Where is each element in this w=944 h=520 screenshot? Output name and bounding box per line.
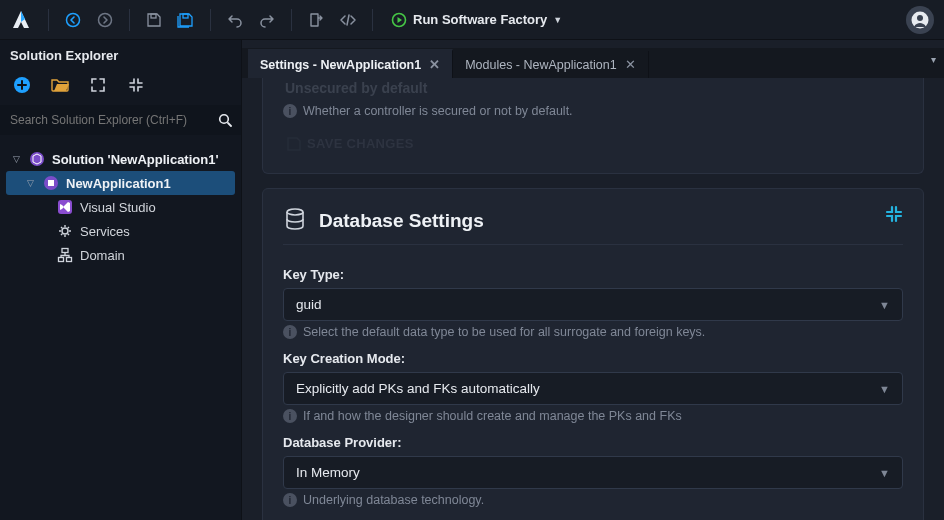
field-label: Key Creation Mode: [283, 345, 903, 372]
key-type-select[interactable]: guid ▼ [283, 288, 903, 321]
svg-rect-16 [67, 258, 72, 262]
tree-app-node[interactable]: ▽ NewApplication1 [6, 171, 235, 195]
top-toolbar: Run Software Factory ▼ [0, 0, 944, 40]
export-button[interactable] [302, 6, 330, 34]
svg-rect-2 [151, 14, 156, 18]
select-value: In Memory [296, 465, 360, 480]
save-all-button[interactable] [172, 6, 200, 34]
panel-toolbar [0, 69, 241, 105]
svg-point-6 [917, 15, 923, 21]
domain-icon [56, 246, 74, 264]
caret-down-icon: ▼ [553, 15, 562, 25]
solution-icon [28, 150, 46, 168]
svg-rect-11 [48, 180, 54, 186]
settings-content: Unsecured by default i Whether a control… [242, 78, 944, 520]
svg-rect-15 [59, 258, 64, 262]
svg-rect-3 [183, 14, 188, 18]
svg-point-13 [62, 228, 68, 234]
search-bar [0, 105, 241, 135]
select-value: guid [296, 297, 322, 312]
hint-text: If and how the designer should create an… [303, 409, 682, 423]
search-input[interactable] [0, 113, 209, 127]
section-title: Database Settings [319, 210, 484, 232]
partial-heading: Unsecured by default [283, 78, 903, 100]
caret-down-icon: ▼ [879, 383, 890, 395]
user-avatar[interactable] [906, 6, 934, 34]
field-hint: i Select the default data type to be use… [283, 321, 903, 345]
field-hint: i Underlying database technology. [283, 489, 903, 513]
info-icon: i [283, 104, 297, 118]
hint-text: Select the default data type to be used … [303, 325, 705, 339]
search-icon[interactable] [209, 113, 241, 127]
app-logo [10, 9, 32, 31]
tree-item-services[interactable]: Services [6, 219, 235, 243]
panel-title: Solution Explorer [0, 40, 241, 69]
expand-all-button[interactable] [88, 75, 108, 95]
tab-settings[interactable]: Settings - NewApplication1 ✕ [248, 49, 453, 78]
visual-studio-icon [56, 198, 74, 216]
code-button[interactable] [334, 6, 362, 34]
hint-text: Underlying database technology. [303, 493, 484, 507]
collapse-all-button[interactable] [126, 75, 146, 95]
nav-back-button[interactable] [59, 6, 87, 34]
run-software-factory-button[interactable]: Run Software Factory ▼ [383, 8, 570, 32]
tree-item-domain[interactable]: Domain [6, 243, 235, 267]
new-item-button[interactable] [12, 75, 32, 95]
redo-button[interactable] [253, 6, 281, 34]
collapse-button[interactable] [885, 205, 903, 226]
tab-label: Modules - NewApplication1 [465, 58, 616, 72]
svg-point-8 [220, 115, 229, 124]
app-icon [42, 174, 60, 192]
services-icon [56, 222, 74, 240]
field-hint: i If and how the designer should create … [283, 405, 903, 429]
info-icon: i [283, 493, 297, 507]
svg-point-0 [67, 13, 80, 26]
solution-tree: ▽ Solution 'NewApplication1' ▽ NewApplic… [0, 143, 241, 271]
run-label: Run Software Factory [413, 12, 547, 27]
caret-down-icon: ▼ [879, 467, 890, 479]
save-button[interactable] [140, 6, 168, 34]
database-provider-select[interactable]: In Memory ▼ [283, 456, 903, 489]
database-icon [283, 207, 307, 234]
svg-point-17 [287, 209, 303, 215]
open-button[interactable] [50, 75, 70, 95]
database-settings-card: Database Settings Key Type: guid ▼ i Sel… [262, 188, 924, 520]
tree-item-visual-studio[interactable]: Visual Studio [6, 195, 235, 219]
tree-label: Visual Studio [80, 200, 156, 215]
field-label: Key Type: [283, 261, 903, 288]
key-creation-mode-select[interactable]: Explicitly add PKs and FKs automatically… [283, 372, 903, 405]
svg-point-1 [99, 13, 112, 26]
nav-forward-button[interactable] [91, 6, 119, 34]
tab-bar: Settings - NewApplication1 ✕ Modules - N… [242, 48, 944, 78]
save-changes-button[interactable]: SAVE CHANGES [283, 130, 418, 157]
field-hint: i Whether a controller is secured or not… [283, 100, 903, 124]
save-label: SAVE CHANGES [307, 136, 414, 151]
editor-area: Settings - NewApplication1 ✕ Modules - N… [242, 40, 944, 520]
close-icon[interactable]: ✕ [429, 57, 440, 72]
tab-label: Settings - NewApplication1 [260, 58, 421, 72]
tree-solution-root[interactable]: ▽ Solution 'NewApplication1' [6, 147, 235, 171]
caret-down-icon: ▼ [879, 299, 890, 311]
twisty-icon: ▽ [24, 178, 36, 188]
hint-text: Whether a controller is secured or not b… [303, 104, 573, 118]
info-icon: i [283, 325, 297, 339]
solution-explorer-panel: Solution Explorer ▽ [0, 40, 242, 520]
close-icon[interactable]: ✕ [625, 57, 636, 72]
tab-modules[interactable]: Modules - NewApplication1 ✕ [453, 51, 648, 78]
play-icon [391, 12, 407, 28]
tree-label: NewApplication1 [66, 176, 171, 191]
tree-label: Services [80, 224, 130, 239]
api-settings-card-partial: Unsecured by default i Whether a control… [262, 78, 924, 174]
select-value: Explicitly add PKs and FKs automatically [296, 381, 540, 396]
field-label: Database Provider: [283, 429, 903, 456]
undo-button[interactable] [221, 6, 249, 34]
svg-rect-14 [62, 249, 68, 253]
save-icon [287, 137, 301, 151]
tree-label: Solution 'NewApplication1' [52, 152, 219, 167]
section-header: Database Settings [283, 203, 903, 245]
tree-label: Domain [80, 248, 125, 263]
info-icon: i [283, 409, 297, 423]
twisty-icon: ▽ [10, 154, 22, 164]
